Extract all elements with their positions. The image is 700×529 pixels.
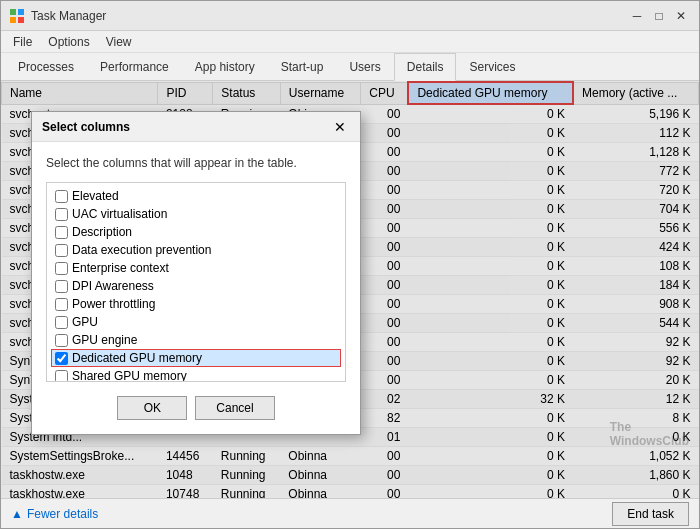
- chevron-up-icon: ▲: [11, 507, 23, 521]
- column-label[interactable]: Enterprise context: [72, 261, 169, 275]
- list-item: DPI Awareness: [51, 277, 341, 295]
- tab-performance[interactable]: Performance: [87, 53, 182, 81]
- column-label[interactable]: DPI Awareness: [72, 279, 154, 293]
- fewer-details-label: Fewer details: [27, 507, 98, 521]
- svg-rect-0: [10, 9, 16, 15]
- tab-details[interactable]: Details: [394, 53, 457, 81]
- list-item: Power throttling: [51, 295, 341, 313]
- tab-processes[interactable]: Processes: [5, 53, 87, 81]
- tab-bar: Processes Performance App history Start-…: [1, 53, 699, 81]
- column-checkbox[interactable]: [55, 208, 68, 221]
- end-task-button[interactable]: End task: [612, 502, 689, 526]
- column-label[interactable]: GPU: [72, 315, 98, 329]
- list-item: Data execution prevention: [51, 241, 341, 259]
- svg-rect-2: [10, 17, 16, 23]
- column-checkbox[interactable]: [55, 226, 68, 239]
- window-controls: ─ □ ✕: [627, 6, 691, 26]
- tab-startup[interactable]: Start-up: [268, 53, 337, 81]
- column-label[interactable]: Elevated: [72, 189, 119, 203]
- dialog-body: Select the columns that will appear in t…: [32, 142, 360, 434]
- list-item: Description: [51, 223, 341, 241]
- main-content: Name PID Status Username CPU Dedicated G…: [1, 81, 699, 498]
- column-label[interactable]: Description: [72, 225, 132, 239]
- dialog-title-bar: Select columns ✕: [32, 112, 360, 142]
- dialog-subtitle: Select the columns that will appear in t…: [46, 156, 346, 170]
- window-title: Task Manager: [31, 9, 627, 23]
- menu-file[interactable]: File: [5, 33, 40, 51]
- column-checkbox[interactable]: [55, 244, 68, 257]
- dialog-close-button[interactable]: ✕: [330, 117, 350, 137]
- column-checkbox[interactable]: [55, 298, 68, 311]
- list-item: UAC virtualisation: [51, 205, 341, 223]
- column-checkbox[interactable]: [55, 334, 68, 347]
- cancel-button[interactable]: Cancel: [195, 396, 274, 420]
- app-icon: [9, 8, 25, 24]
- column-label[interactable]: Dedicated GPU memory: [72, 351, 202, 365]
- close-button[interactable]: ✕: [671, 6, 691, 26]
- title-bar: Task Manager ─ □ ✕: [1, 1, 699, 31]
- status-bar: ▲ Fewer details End task: [1, 498, 699, 528]
- list-item: GPU engine: [51, 331, 341, 349]
- list-item: Enterprise context: [51, 259, 341, 277]
- svg-rect-1: [18, 9, 24, 15]
- ok-button[interactable]: OK: [117, 396, 187, 420]
- dialog-title-text: Select columns: [42, 120, 130, 134]
- svg-rect-3: [18, 17, 24, 23]
- column-checkbox[interactable]: [55, 280, 68, 293]
- column-label[interactable]: Data execution prevention: [72, 243, 211, 257]
- menu-view[interactable]: View: [98, 33, 140, 51]
- menu-bar: File Options View: [1, 31, 699, 53]
- menu-options[interactable]: Options: [40, 33, 97, 51]
- minimize-button[interactable]: ─: [627, 6, 647, 26]
- column-checkbox[interactable]: [55, 370, 68, 383]
- list-item: Shared GPU memory: [51, 367, 341, 382]
- tab-app-history[interactable]: App history: [182, 53, 268, 81]
- column-label[interactable]: GPU engine: [72, 333, 137, 347]
- select-columns-dialog: Select columns ✕ Select the columns that…: [31, 111, 361, 435]
- column-checkbox[interactable]: [55, 262, 68, 275]
- column-label[interactable]: UAC virtualisation: [72, 207, 167, 221]
- list-item: Dedicated GPU memory: [51, 349, 341, 367]
- dialog-overlay: Select columns ✕ Select the columns that…: [1, 81, 699, 498]
- list-item: GPU: [51, 313, 341, 331]
- list-item: Elevated: [51, 187, 341, 205]
- task-manager-window: Task Manager ─ □ ✕ File Options View Pro…: [0, 0, 700, 529]
- column-checkbox[interactable]: [55, 316, 68, 329]
- dialog-buttons: OK Cancel: [46, 396, 346, 420]
- column-label[interactable]: Shared GPU memory: [72, 369, 187, 382]
- fewer-details-link[interactable]: ▲ Fewer details: [11, 507, 98, 521]
- tab-services[interactable]: Services: [456, 53, 528, 81]
- column-checkbox[interactable]: [55, 352, 68, 365]
- maximize-button[interactable]: □: [649, 6, 669, 26]
- dialog-list-container[interactable]: ElevatedUAC virtualisationDescriptionDat…: [46, 182, 346, 382]
- tab-users[interactable]: Users: [336, 53, 393, 81]
- column-checkbox[interactable]: [55, 190, 68, 203]
- column-label[interactable]: Power throttling: [72, 297, 155, 311]
- columns-list: ElevatedUAC virtualisationDescriptionDat…: [47, 183, 345, 382]
